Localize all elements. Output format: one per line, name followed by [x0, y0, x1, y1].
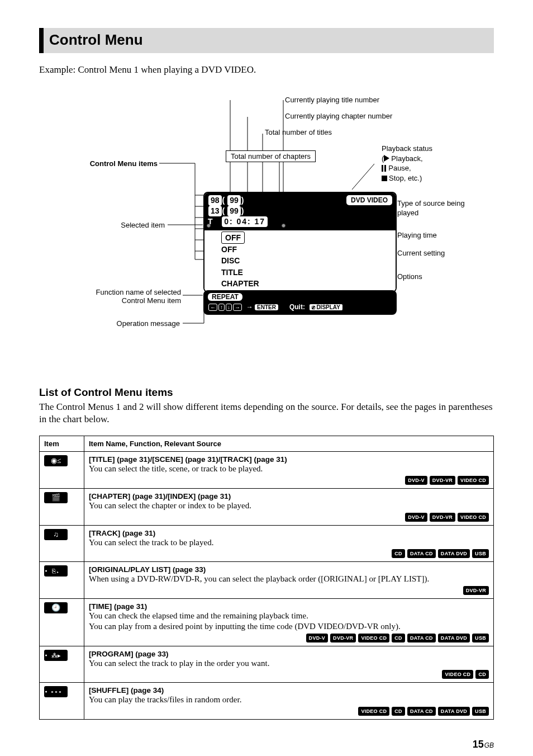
- badge: DATA CD: [407, 707, 436, 716]
- badges: DVD-VR: [89, 585, 489, 595]
- osd-enter: ENTER: [255, 304, 278, 310]
- badge: DATA DVD: [438, 707, 470, 716]
- item-desc: You can play from a desired point by inp…: [89, 621, 489, 632]
- item-desc: You can select the track to be played.: [89, 537, 489, 548]
- table-row: ∘∘∘[SHUFFLE] (page 34)You can play the t…: [40, 683, 494, 720]
- item-icon-cell: ∘∘∘: [40, 683, 84, 720]
- items-table: Item Item Name, Function, Relevant Sourc…: [39, 436, 494, 720]
- badges: VIDEO CDCDDATA CDDATA DVDUSB: [89, 706, 489, 716]
- item-title: [ORIGINAL/PLAY LIST] (page 33): [89, 565, 489, 574]
- osd-display-text: DISPLAY: [316, 304, 340, 310]
- badge: USB: [472, 549, 489, 558]
- osd-source: DVD VIDEO: [346, 195, 392, 205]
- badge: DVD-V: [405, 476, 427, 485]
- table-row: ⎘▸[ORIGINAL/PLAY LIST] (page 33)When usi…: [40, 562, 494, 599]
- osd-top: 98( 99) 13( 99) DVD VIDEO T 0: 04: 17: [204, 193, 396, 230]
- item-desc-cell: [CHAPTER] (page 31)/[INDEX] (page 31)You…: [84, 488, 494, 525]
- osd-row-4: CHAPTER: [221, 279, 259, 288]
- label-control-menu-items: Control Menu items: [50, 159, 158, 168]
- label-currently-title: Currently playing title number: [285, 96, 379, 104]
- osd-quit-label: Quit:: [289, 303, 305, 311]
- badges: VIDEO CDCD: [89, 669, 489, 679]
- playback-pause: Pause,: [388, 164, 411, 172]
- badge: DATA CD: [407, 634, 436, 642]
- osd-chapter-cur: 13: [208, 206, 222, 216]
- table-row: ♫[TRACK] (page 31)You can select the tra…: [40, 525, 494, 562]
- arrow-right-icon: →: [233, 304, 242, 311]
- badge: VIDEO CD: [442, 670, 473, 679]
- diagram: Currently playing title number Currently…: [39, 83, 494, 374]
- badge: DVD-VR: [330, 634, 356, 642]
- badge: DATA DVD: [438, 634, 470, 642]
- page-suffix: GB: [484, 741, 494, 749]
- osd-row-1: OFF: [221, 245, 237, 254]
- item-desc: You can select the title, scene, or trac…: [89, 464, 489, 474]
- badges: CDDATA CDDATA DVDUSB: [89, 549, 489, 558]
- items-body: ◉≤[TITLE] (page 31)/[SCENE] (page 31)/[T…: [40, 452, 494, 720]
- label-currently-chapter: Currently playing chapter number: [285, 112, 392, 120]
- badge: DATA DVD: [438, 549, 470, 558]
- table-row: 🕘[TIME] (page 31)You can check the elaps…: [40, 599, 494, 646]
- item-desc-cell: [TITLE] (page 31)/[SCENE] (page 31)/[TRA…: [84, 452, 494, 489]
- playback-status-head: Playback status: [382, 144, 432, 153]
- osd-row-3: TITLE: [221, 268, 243, 277]
- badge: VIDEO CD: [458, 476, 489, 485]
- item-icon: ⁂▸: [44, 650, 68, 661]
- item-icon-cell: ♫: [40, 525, 84, 562]
- osd-frame: 98( 99) 13( 99) DVD VIDEO T 0: 04: 17 OF…: [203, 192, 397, 292]
- table-row: ◉≤[TITLE] (page 31)/[SCENE] (page 31)/[T…: [40, 452, 494, 489]
- osd-display-key: ⎚ DISPLAY: [309, 304, 343, 311]
- badge: DVD-VR: [463, 586, 489, 595]
- svg-line-8: [352, 164, 374, 190]
- osd-selected-dot-left: [207, 224, 211, 228]
- label-func-name-l1: Function name of selected: [96, 288, 181, 296]
- item-desc-cell: [TIME] (page 31)You can check the elapse…: [84, 599, 494, 646]
- label-options: Options: [397, 272, 422, 281]
- osd-title-total: 99: [227, 195, 241, 206]
- dot-icon: [45, 570, 47, 572]
- osd-title-cur: 98: [208, 195, 222, 206]
- item-icon-cell: ⁂▸: [40, 646, 84, 683]
- badge: DATA CD: [407, 549, 436, 558]
- badges: DVD-VDVD-VRVIDEO CD: [89, 475, 489, 485]
- item-icon: 🎬: [44, 492, 68, 503]
- item-desc: You can play the tracks/files in random …: [89, 694, 489, 705]
- label-total-chapters: Total number of chapters: [226, 150, 316, 162]
- badge: VIDEO CD: [358, 707, 389, 716]
- item-icon: ♫: [44, 529, 68, 540]
- dot-icon: [45, 654, 47, 656]
- section-title: Control Menu: [49, 31, 488, 49]
- badge: DVD-V: [306, 634, 329, 642]
- playback-stop: Stop, etc.): [389, 174, 422, 182]
- item-icon: ⎘▸: [44, 565, 68, 577]
- badge: DVD-VR: [430, 513, 455, 522]
- badge: DVD-VR: [430, 476, 455, 485]
- item-desc-cell: [PROGRAM] (page 33)You can select the tr…: [84, 646, 494, 683]
- badge: CD: [475, 670, 489, 679]
- item-title: [TIME] (page 31): [89, 602, 489, 611]
- arrow-up-icon: ↑: [218, 304, 225, 311]
- badge: CD: [392, 707, 405, 716]
- page-number: 15GB: [39, 739, 494, 750]
- item-title: [CHAPTER] (page 31)/[INDEX] (page 31): [89, 492, 489, 500]
- osd-display: 98( 99) 13( 99) DVD VIDEO T 0: 04: 17 OF…: [203, 192, 397, 292]
- osd-func-name: REPEAT: [208, 293, 242, 301]
- item-icon-cell: 🎬: [40, 488, 84, 525]
- table-row: ⁂▸[PROGRAM] (page 33)You can select the …: [40, 646, 494, 683]
- item-title: [TITLE] (page 31)/[SCENE] (page 31)/[TRA…: [89, 455, 489, 464]
- osd-row-2: DISC: [221, 256, 240, 265]
- badge: CD: [392, 634, 405, 642]
- label-playback-status: Playback status (Playback, Pause, Stop, …: [382, 144, 432, 183]
- list-heading: List of Control Menu items: [39, 386, 494, 399]
- item-desc-cell: [SHUFFLE] (page 34)You can play the trac…: [84, 683, 494, 720]
- item-icon: 🕘: [44, 602, 68, 613]
- item-desc: You can check the elapsed time and the r…: [89, 611, 489, 621]
- label-current-setting: Current setting: [397, 249, 445, 257]
- osd-selected-dot-right: [282, 224, 285, 228]
- list-text: The Control Menus 1 and 2 will show diff…: [39, 401, 494, 426]
- item-icon: ∘∘∘: [44, 686, 68, 697]
- stop-icon: [382, 176, 387, 181]
- item-desc: You can select the chapter or index to b…: [89, 500, 489, 511]
- label-playing-time: Playing time: [397, 231, 437, 239]
- arrow-down-icon: ↓: [226, 304, 232, 311]
